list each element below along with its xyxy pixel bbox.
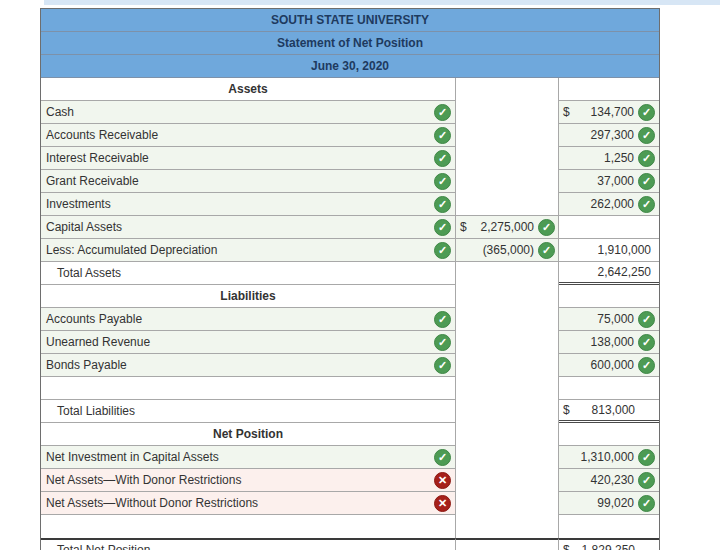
- label-text: Investments: [46, 197, 111, 211]
- label-cell-net-assets-without-donor-restrictions[interactable]: Net Assets—Without Donor Restrictions✕: [41, 492, 456, 515]
- amount-cell-middle-total-liabilities: [456, 400, 559, 423]
- row-assets: Assets: [41, 78, 659, 101]
- currency-symbol: $: [563, 403, 570, 417]
- amount-cell-right-net-position: [559, 423, 659, 446]
- row-net-assets-with-donor-restrictions: Net Assets—With Donor Restrictions✕420,2…: [41, 469, 659, 492]
- row-grant-receivable: Grant Receivable✓37,000✓: [41, 170, 659, 193]
- x-icon: ✕: [434, 472, 451, 489]
- label-text: Accounts Receivable: [46, 128, 158, 142]
- label-cell-net-assets-with-donor-restrictions[interactable]: Net Assets—With Donor Restrictions✕: [41, 469, 456, 492]
- label-cell-less-accumulated-depreciation[interactable]: Less: Accumulated Depreciation✓: [41, 239, 456, 262]
- worksheet-screen: SOUTH STATE UNIVERSITY Statement of Net …: [0, 0, 720, 550]
- label-cell-net-investment-in-capital-assets[interactable]: Net Investment in Capital Assets✓: [41, 446, 456, 469]
- amount-cell-middle-less-accumulated-depreciation[interactable]: (365,000)✓: [456, 239, 559, 262]
- amount-cell-right-accounts-receivable[interactable]: 297,300✓: [559, 124, 659, 147]
- amount-cell-right-bonds-payable[interactable]: 600,000✓: [559, 354, 659, 377]
- label-text: Assets: [228, 82, 267, 96]
- check-icon: ✓: [434, 242, 451, 259]
- label-text: Interest Receivable: [46, 151, 149, 165]
- check-icon: ✓: [638, 311, 655, 328]
- row-blank: [41, 377, 659, 400]
- row-total-net-position: Total Net Position$1,829,250: [41, 538, 659, 550]
- amount-cell-right-grant-receivable[interactable]: 37,000✓: [559, 170, 659, 193]
- amount-value: 1,829,250: [582, 543, 635, 550]
- label-text: Net Assets—Without Donor Restrictions: [46, 496, 258, 510]
- amount-cell-right-unearned-revenue[interactable]: 138,000✓: [559, 331, 659, 354]
- label-text: Total Liabilities: [57, 404, 135, 418]
- label-cell-unearned-revenue[interactable]: Unearned Revenue✓: [41, 331, 456, 354]
- top-scroll-strip: [44, 0, 720, 5]
- label-cell-total-liabilities: Total Liabilities: [41, 400, 456, 423]
- amount-cell-middle-capital-assets[interactable]: $2,275,000✓: [456, 216, 559, 239]
- label-cell-bonds-payable[interactable]: Bonds Payable✓: [41, 354, 456, 377]
- row-liabilities: Liabilities: [41, 285, 659, 308]
- label-cell-blank: [41, 377, 456, 400]
- label-text: Liabilities: [220, 289, 275, 303]
- amount-cell-right-cash[interactable]: $134,700✓: [559, 101, 659, 124]
- label-cell-investments[interactable]: Investments✓: [41, 193, 456, 216]
- check-icon: ✓: [638, 150, 655, 167]
- section-header-net-position: Net Position: [41, 423, 456, 446]
- check-icon: ✓: [638, 357, 655, 374]
- check-icon: ✓: [434, 196, 451, 213]
- label-cell-total-assets: Total Assets: [41, 262, 456, 285]
- amount-value: 813,000: [592, 403, 635, 417]
- label-text: Net Investment in Capital Assets: [46, 450, 219, 464]
- amount-cell-middle-bonds-payable: [456, 354, 559, 377]
- row-bonds-payable: Bonds Payable✓600,000✓: [41, 354, 659, 377]
- amount-cell-right-interest-receivable[interactable]: 1,250✓: [559, 147, 659, 170]
- amount-cell-middle-net-assets-with-donor-restrictions: [456, 469, 559, 492]
- label-cell-blank: [41, 515, 456, 538]
- check-icon: ✓: [638, 104, 655, 121]
- amount-value: 37,000: [597, 174, 634, 188]
- amount-value: 1,250: [604, 151, 634, 165]
- check-icon: ✓: [638, 334, 655, 351]
- statement-of-net-position-table: SOUTH STATE UNIVERSITY Statement of Net …: [40, 8, 660, 550]
- check-icon: ✓: [434, 127, 451, 144]
- amount-cell-right-total-liabilities: $813,000: [559, 400, 659, 423]
- row-interest-receivable: Interest Receivable✓1,250✓: [41, 147, 659, 170]
- amount-cell-middle-cash: [456, 101, 559, 124]
- amount-cell-right-net-investment-in-capital-assets[interactable]: 1,310,000✓: [559, 446, 659, 469]
- amount-cell-right-capital-assets: [559, 216, 659, 239]
- label-cell-interest-receivable[interactable]: Interest Receivable✓: [41, 147, 456, 170]
- check-icon: ✓: [434, 311, 451, 328]
- amount-value: 1,310,000: [581, 450, 634, 464]
- label-cell-accounts-payable[interactable]: Accounts Payable✓: [41, 308, 456, 331]
- amount-cell-middle-net-position: [456, 423, 559, 446]
- x-icon: ✕: [434, 495, 451, 512]
- amount-cell-right-accounts-payable[interactable]: 75,000✓: [559, 308, 659, 331]
- label-cell-accounts-receivable[interactable]: Accounts Receivable✓: [41, 124, 456, 147]
- check-icon: ✓: [434, 150, 451, 167]
- label-text: Capital Assets: [46, 220, 122, 234]
- amount-value: 2,275,000: [481, 220, 534, 234]
- check-icon: ✓: [638, 495, 655, 512]
- check-icon: ✓: [538, 242, 555, 259]
- statement-title-university: SOUTH STATE UNIVERSITY: [41, 9, 659, 32]
- section-header-assets: Assets: [41, 78, 456, 101]
- label-cell-grant-receivable[interactable]: Grant Receivable✓: [41, 170, 456, 193]
- label-text: Unearned Revenue: [46, 335, 150, 349]
- label-cell-cash[interactable]: Cash✓: [41, 101, 456, 124]
- statement-title-date: June 30, 2020: [41, 55, 659, 78]
- amount-cell-right-investments[interactable]: 262,000✓: [559, 193, 659, 216]
- label-text: Grant Receivable: [46, 174, 139, 188]
- label-cell-capital-assets[interactable]: Capital Assets✓: [41, 216, 456, 239]
- label-text: Accounts Payable: [46, 312, 142, 326]
- check-icon: ✓: [434, 449, 451, 466]
- label-cell-total-net-position: Total Net Position: [41, 538, 456, 550]
- amount-cell-right-total-assets: 2,642,250: [559, 262, 659, 285]
- table-body: AssetsCash✓$134,700✓Accounts Receivable✓…: [41, 78, 659, 550]
- check-icon: ✓: [638, 173, 655, 190]
- amount-cell-right-less-accumulated-depreciation: 1,910,000: [559, 239, 659, 262]
- amount-cell-right-assets: [559, 78, 659, 101]
- amount-cell-right: [559, 515, 659, 538]
- check-icon: ✓: [638, 472, 655, 489]
- label-text: Bonds Payable: [46, 358, 127, 372]
- row-net-assets-without-donor-restrictions: Net Assets—Without Donor Restrictions✕99…: [41, 492, 659, 515]
- amount-cell-right-net-assets-with-donor-restrictions[interactable]: 420,230✓: [559, 469, 659, 492]
- amount-cell-right: [559, 377, 659, 400]
- row-unearned-revenue: Unearned Revenue✓138,000✓: [41, 331, 659, 354]
- amount-cell-right-net-assets-without-donor-restrictions[interactable]: 99,020✓: [559, 492, 659, 515]
- amount-cell-middle-total-net-position: [456, 538, 559, 550]
